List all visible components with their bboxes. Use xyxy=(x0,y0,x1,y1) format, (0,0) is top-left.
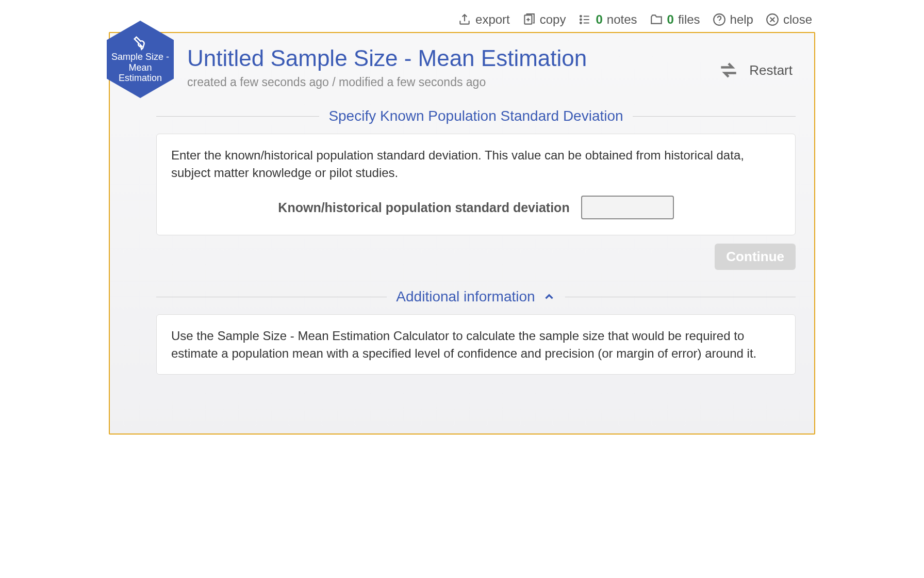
files-count: 0 xyxy=(667,12,674,27)
close-label: close xyxy=(783,12,812,27)
help-label: help xyxy=(730,12,753,27)
restart-icon xyxy=(717,59,740,82)
section-info-title: Additional information xyxy=(396,288,535,305)
notes-button[interactable]: 0 notes xyxy=(578,12,637,27)
copy-button[interactable]: copy xyxy=(522,12,566,27)
files-button[interactable]: 0 files xyxy=(650,12,700,27)
svg-point-5 xyxy=(719,22,719,23)
export-label: export xyxy=(475,12,510,27)
module-badge: Sample Size - Mean Estimation xyxy=(107,21,179,103)
help-icon xyxy=(713,13,726,26)
info-card: Use the Sample Size - Mean Estimation Ca… xyxy=(156,314,796,375)
export-icon xyxy=(458,13,471,26)
svg-point-3 xyxy=(580,22,582,24)
close-button[interactable]: close xyxy=(766,12,812,27)
notes-icon xyxy=(578,13,591,26)
chevron-up-icon xyxy=(542,290,556,303)
stddev-instruction: Enter the known/historical population st… xyxy=(171,147,781,181)
continue-button[interactable]: Continue xyxy=(715,244,796,270)
section-info-header[interactable]: Additional information xyxy=(156,288,796,305)
section-stddev-title: Specify Known Population Standard Deviat… xyxy=(328,108,623,124)
timestamps: created a few seconds ago / modified a f… xyxy=(187,75,717,89)
main-frame: Untitled Sample Size - Mean Estimation c… xyxy=(109,32,815,435)
restart-label: Restart xyxy=(749,62,793,78)
stddev-field-label: Known/historical population standard dev… xyxy=(278,199,569,217)
stddev-card: Enter the known/historical population st… xyxy=(156,134,796,235)
help-button[interactable]: help xyxy=(713,12,753,27)
restart-button[interactable]: Restart xyxy=(717,42,796,82)
wrench-icon xyxy=(133,35,148,51)
svg-point-2 xyxy=(580,19,582,21)
stddev-input[interactable] xyxy=(581,196,674,219)
svg-point-1 xyxy=(580,15,582,17)
notes-label: notes xyxy=(607,12,637,27)
files-label: files xyxy=(678,12,700,27)
folder-icon xyxy=(650,13,663,26)
copy-label: copy xyxy=(540,12,566,27)
page-title: Untitled Sample Size - Mean Estimation xyxy=(187,45,717,71)
close-icon xyxy=(766,13,779,26)
section-stddev-header: Specify Known Population Standard Deviat… xyxy=(156,108,796,124)
export-button[interactable]: export xyxy=(458,12,510,27)
info-body: Use the Sample Size - Mean Estimation Ca… xyxy=(171,327,781,362)
top-toolbar: export copy 0 notes 0 files help close xyxy=(109,10,815,32)
module-badge-label: Sample Size - Mean Estimation xyxy=(111,52,170,84)
notes-count: 0 xyxy=(596,12,602,27)
copy-icon xyxy=(522,13,536,26)
